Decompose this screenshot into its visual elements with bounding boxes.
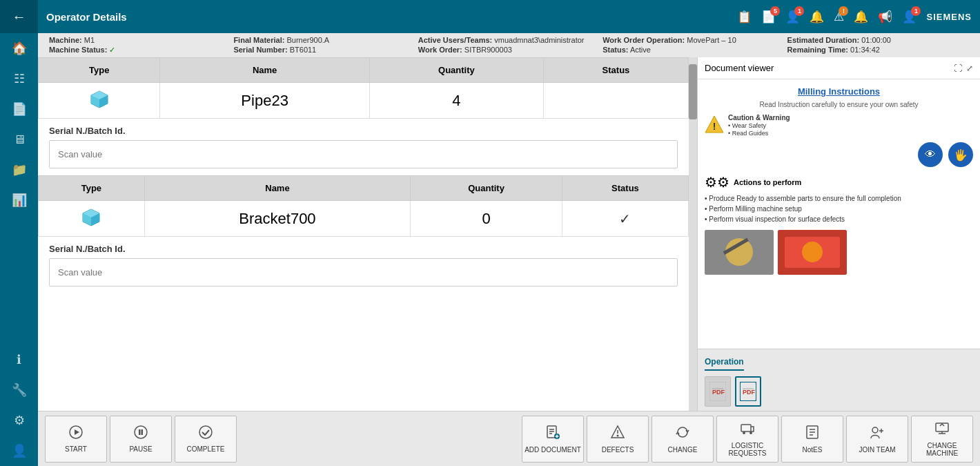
notif-user2[interactable]: 👤 1 [902,10,917,24]
sidebar-chart-icon[interactable]: 📊 [0,185,38,215]
warning-triangle-icon: ! [705,115,724,134]
notes-label: NotES [803,446,823,454]
doc-warning: ! Caution & Warning • Wear Safety• Read … [705,114,973,137]
serial-label-2: Serial N./Batch Id. [38,237,689,258]
status-cell-1 [543,83,688,119]
scan-input-1[interactable] [49,140,678,168]
logistic-icon [740,420,755,439]
content-area: Type Name Quantity Status [38,57,980,411]
left-scrollbar[interactable] [689,57,697,411]
svg-point-40 [749,431,752,434]
svg-rect-26 [141,429,144,435]
svg-text:PDF: PDF [743,389,756,396]
materials-table-1: Type Name Quantity Status [38,57,689,119]
sidebar-monitor-icon[interactable]: 🖥 [0,124,38,155]
notes-button[interactable]: NotES [781,416,843,463]
expand-icon[interactable]: ⛶ [954,64,962,73]
col-type-2: Type [39,176,145,201]
defects-icon [610,425,625,443]
materials-table-2: Type Name Quantity Status [38,175,689,237]
sidebar-home-icon[interactable]: 🏠 [0,33,38,64]
doc-expand-icons[interactable]: ⛶ ⤢ [954,64,973,73]
top-bar-left: Operator Details [46,11,127,23]
pause-label: PAUSE [129,445,152,453]
svg-point-27 [199,426,212,438]
qty-cell-2: 0 [411,201,562,237]
bottom-toolbar: START PAUSE [38,411,980,466]
notif-announce[interactable]: 📢 [878,10,892,24]
scrollbar-handle[interactable] [689,64,697,119]
sidebar: ← 🏠 ☷ 📄 🖥 📁 📊 ℹ 🔧 ⚙ 👤 [0,0,38,466]
scan-input-2[interactable] [49,258,678,287]
join-team-button[interactable]: JOIN TEAM [846,416,908,463]
join-team-label: JOIN TEAM [859,446,895,454]
sidebar-file-icon[interactable]: 📁 [0,155,38,185]
pdf-icon-2[interactable]: PDF [735,376,761,407]
sidebar-grid-icon[interactable]: ☷ [0,64,38,94]
notif-user1[interactable]: 👤 1 [785,10,800,24]
sidebar-doc-icon[interactable]: 📄 [0,94,38,124]
col-quantity-2: Quantity [411,176,562,201]
change-button[interactable]: CHANGE [651,416,714,463]
remaining-time: Remaining Time: 01:34:42 [787,46,969,54]
notif-doc[interactable]: 📄 5 [761,10,776,24]
doc-subtitle: Read Instruction carefully to ensure you… [705,101,973,108]
info-bar: Machine: M1 Machine Status: ✓ Final Mate… [38,33,980,57]
doc-section-text: • Produce Ready to assemble parts to ens… [705,193,973,224]
notif-warning[interactable]: ⚠ ! [834,10,844,24]
table-row: Bracket700 0 ✓ [39,201,689,237]
logistic-requests-button[interactable]: LOGISTIC REQUESTS [716,416,778,463]
name-cell-1: Pipe23 [160,83,369,119]
pause-button[interactable]: PAUSE [110,416,172,463]
logistic-label: LOGISTIC REQUESTS [717,442,778,457]
info-users: Active Users/Teams: vmuadmnat3\administr… [418,36,600,55]
sidebar-settings-icon[interactable]: ⚙ [0,405,38,436]
maximize-icon[interactable]: ⤢ [966,64,973,73]
est-duration: Estimated Duration: 01:00:00 [787,36,969,44]
svg-text:PDF: PDF [712,389,725,396]
active-users: Active Users/Teams: vmuadmnat3\administr… [418,36,600,44]
operation-tab-label[interactable]: Operation [705,357,744,371]
toolbar-group-right: ADD DOCUMENT DEFECTS [522,416,973,463]
start-button[interactable]: START [45,416,107,463]
col-status-1: Status [543,58,688,83]
complete-label: COMPLETE [186,445,224,453]
notif-bell2[interactable]: 🔔 [854,10,868,24]
change-icon [675,425,690,443]
sidebar-tools-icon[interactable]: 🔧 [0,375,38,405]
operation-pdf-icons: PDF PDF [705,371,973,411]
col-type-1: Type [39,58,160,83]
change-machine-button[interactable]: CHANGE MACHINE [911,416,973,463]
type-cell-1 [39,83,160,119]
sidebar-back-button[interactable]: ← [0,0,38,33]
notif-clipboard[interactable]: 📋 [737,10,752,24]
change-machine-label: CHANGE MACHINE [912,442,972,457]
type-cell-2 [39,201,145,237]
notif-bell1[interactable]: 🔔 [810,10,824,24]
join-team-icon [870,425,885,443]
svg-rect-38 [741,425,751,431]
notes-icon [805,425,820,443]
svg-point-15 [802,242,823,262]
pdf-icon-1[interactable]: PDF [705,376,731,407]
status: Status: Active [602,46,784,54]
svg-marker-23 [75,429,79,435]
cube-icon-1 [90,90,109,109]
defects-button[interactable]: DEFECTS [587,416,649,463]
doc-title: Milling Instructions [705,86,973,97]
change-label: CHANGE [668,446,698,454]
add-document-button[interactable]: ADD DOCUMENT [522,416,584,463]
defects-label: DEFECTS [602,446,634,454]
add-document-icon [545,425,560,443]
siemens-logo: SIEMENS [926,12,972,22]
info-material: Final Material: Burner900.A Serial Numbe… [233,36,415,55]
complete-button[interactable]: COMPLETE [175,416,237,463]
name-cell-2: Bracket700 [144,201,410,237]
doc-content: Milling Instructions Read Instruction ca… [698,79,980,349]
work-order: Work Order: SITBR900003 [418,46,600,54]
complete-icon [199,425,213,443]
qty-cell-1: 4 [369,83,543,119]
safety-icon-1: 👁 [918,142,943,167]
sidebar-user-icon[interactable]: 👤 [0,436,38,466]
sidebar-info-icon[interactable]: ℹ [0,344,38,375]
